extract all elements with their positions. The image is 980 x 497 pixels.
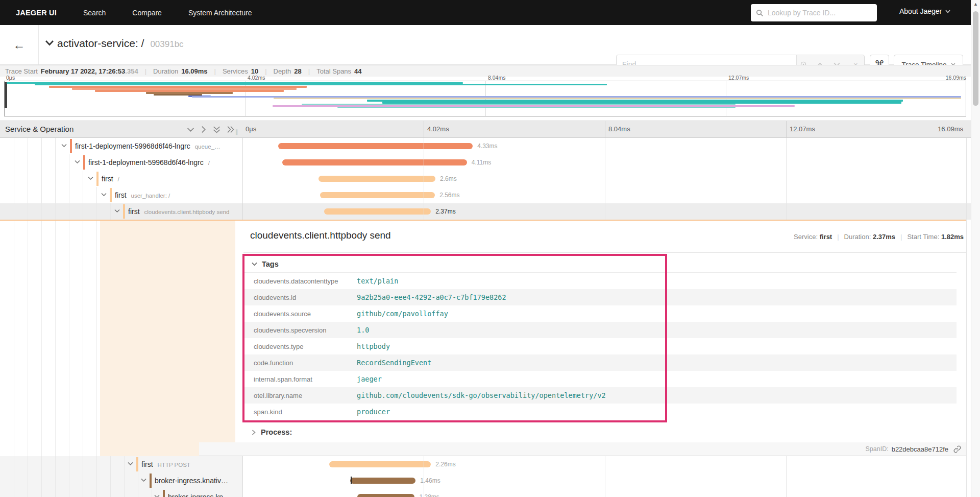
meta-separator: | (900, 233, 902, 241)
minimap-viewport-handle[interactable] (5, 82, 7, 108)
span-bar[interactable] (282, 159, 467, 165)
back-button[interactable]: ← (0, 25, 39, 64)
tag-row[interactable]: cloudevents.id9a2b25a0-eee4-4292-a0c7-c7… (244, 289, 957, 305)
span-operation-name: queue_… (195, 144, 220, 150)
span-duration-label: 2.6ms (440, 175, 457, 182)
chevron-down-icon[interactable] (75, 160, 80, 165)
process-section-header[interactable]: Process: (252, 428, 292, 436)
span-row[interactable]: first/2.6ms (0, 171, 980, 187)
app-brand[interactable]: JAEGER UI (16, 9, 57, 17)
tag-row[interactable]: span.kindproducer (244, 404, 957, 420)
tag-value: github.com/cloudevents/sdk-go/observabil… (357, 391, 606, 399)
column-divider (242, 138, 243, 220)
chevron-right-icon (252, 430, 256, 435)
tag-key: span.kind (244, 408, 357, 416)
tag-key: otel.library.name (244, 392, 357, 399)
nav-item-system-architecture[interactable]: System Architecture (188, 9, 252, 17)
service-color-bar (123, 204, 125, 219)
span-bar[interactable] (324, 208, 431, 215)
span-row[interactable]: first-1-deployment-59968d6f46-lngrc/4.11… (0, 154, 980, 171)
tag-row[interactable]: cloudevents.sourcegithub/com/pavolloffay (244, 305, 957, 322)
detail-meta-item: Start Time: 1.82ms (907, 233, 964, 241)
expand-all-icon[interactable] (227, 126, 234, 133)
stats-separator: | (145, 67, 146, 75)
tag-key: cloudevents.id (244, 294, 357, 301)
span-operation-name: cloudevents.client.httpbody send (144, 209, 230, 215)
trace-minimap[interactable] (4, 81, 966, 116)
back-arrow-icon: ← (13, 38, 26, 52)
expand-one-icon[interactable] (201, 126, 206, 133)
span-bar[interactable] (329, 461, 431, 467)
timeline-header: Service & Operation ∥ 0μs4.02ms8.04ms12.… (0, 121, 980, 138)
span-row[interactable]: firstcloudevents.client.httpbody send2.3… (0, 203, 980, 220)
trace-id-lookup[interactable] (751, 4, 877, 21)
tag-row[interactable]: cloudevents.datacontenttypetext/plain (244, 273, 957, 289)
collapse-all-icon[interactable] (213, 126, 220, 133)
tag-row[interactable]: cloudevents.specversion1.0 (244, 322, 957, 338)
span-row-name-cell: first-1-deployment-59968d6f46-lngrcqueue… (0, 138, 242, 154)
tag-value: 9a2b25a0-eee4-4292-a0c7-c7bf179e8262 (357, 293, 506, 301)
span-row[interactable]: firstuser_handler: /2.56ms (0, 187, 980, 203)
span-row[interactable]: first-1-deployment-59968d6f46-lngrcqueue… (0, 138, 980, 154)
span-bar[interactable] (357, 494, 415, 497)
span-row[interactable]: broker-ingress.kn…1.28ms (0, 489, 980, 497)
tag-value: httpbody (357, 342, 390, 350)
span-row[interactable]: firstHTTP POST2.26ms (0, 456, 980, 472)
detail-span-title: cloudevents.client.httpbody send (250, 230, 391, 241)
tags-section-header[interactable]: Tags (244, 255, 957, 273)
nav-item-compare[interactable]: Compare (132, 9, 162, 17)
span-bar[interactable] (320, 192, 435, 198)
timeline-right-border (966, 456, 967, 497)
scrollbar-thumb[interactable] (973, 11, 978, 106)
span-duration-label: 2.26ms (435, 461, 455, 468)
span-bar[interactable] (318, 176, 435, 182)
column-divider (242, 456, 243, 497)
column-resizer-grip[interactable]: ∥ (235, 129, 239, 135)
stats-separator: | (308, 67, 310, 75)
chevron-down-icon[interactable] (141, 478, 146, 484)
tag-value: github/com/pavolloffay (357, 310, 448, 318)
tag-row[interactable]: code.functionRecordSendingEvent (244, 354, 957, 371)
service-color-bar (83, 155, 85, 170)
span-bar[interactable] (278, 143, 473, 149)
minimap-tick-label: 12.07ms (728, 75, 749, 81)
timeline-right-border (966, 220, 967, 456)
span-row[interactable]: broker-ingress.knativ…1.46ms (0, 472, 980, 489)
tag-row[interactable]: internal.span.formatjaeger (244, 371, 957, 387)
trace-id: 00391bc (150, 39, 183, 49)
tag-row[interactable]: cloudevents.typehttpbody (244, 338, 957, 354)
chevron-down-icon[interactable] (114, 209, 120, 215)
nav-item-search[interactable]: Search (83, 9, 106, 17)
chevron-down-icon[interactable] (154, 494, 160, 497)
chevron-down-icon[interactable] (128, 462, 133, 467)
service-color-bar (96, 172, 99, 186)
tag-value: 1.0 (357, 326, 369, 334)
span-id-label: SpanID: (865, 445, 888, 453)
span-row-name-cell: firstHTTP POST (0, 456, 242, 472)
stat-label: Services (223, 67, 248, 75)
scrollbar-up-arrow[interactable]: ▲ (973, 2, 978, 7)
trace-id-lookup-input[interactable] (768, 9, 872, 17)
chevron-down-icon[interactable] (61, 144, 67, 149)
timeline-gridline (605, 138, 605, 220)
tag-row[interactable]: otel.library.namegithub.com/cloudevents/… (244, 387, 957, 404)
trace-collapse-chevron-icon[interactable] (45, 40, 54, 46)
jaeger-trace-page: JAEGER UI Search Compare System Architec… (0, 0, 980, 497)
span-service-name: first (115, 191, 127, 199)
minimap-tick-label: 4.02ms (248, 75, 265, 81)
minimap-span-segment (274, 98, 961, 99)
span-id-value: b22debcaa8e712fe (892, 445, 948, 453)
span-duration-label: 2.37ms (435, 208, 455, 215)
span-bar[interactable] (350, 478, 416, 484)
deep-link-icon[interactable] (953, 445, 961, 453)
service-color-bar (150, 474, 152, 488)
chevron-down-icon[interactable] (101, 193, 107, 198)
process-header-label: Process: (261, 428, 292, 436)
span-detail-panel: cloudevents.client.httpbody send Service… (0, 220, 980, 456)
collapse-one-icon[interactable] (187, 126, 194, 133)
timeline-gridline (424, 456, 424, 497)
about-jaeger-menu[interactable]: About Jaeger (899, 7, 950, 15)
trace-title-text: activator-service: / (57, 37, 144, 49)
vertical-scrollbar[interactable]: ▲ (971, 0, 980, 497)
chevron-down-icon[interactable] (88, 176, 93, 182)
